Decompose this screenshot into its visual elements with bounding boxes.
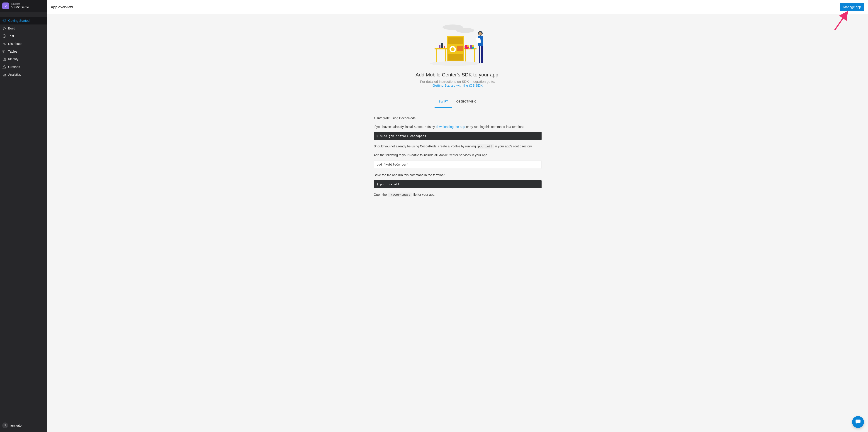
sidebar-item-label: Crashes: [8, 65, 20, 69]
svg-point-0: [4, 20, 5, 21]
svg-point-48: [478, 32, 482, 35]
sun-icon: [2, 19, 6, 23]
svg-rect-14: [3, 50, 5, 52]
sidebar-item-tables[interactable]: Tables: [0, 48, 47, 55]
inline-code-pod-init: pod init: [477, 144, 494, 149]
download-app-link[interactable]: downloading the app: [436, 125, 465, 129]
app-meta: jun.kato VSMCDemo: [11, 2, 29, 9]
svg-rect-32: [457, 46, 463, 51]
svg-rect-37: [436, 50, 437, 63]
sidebar-item-label: Identity: [8, 57, 18, 61]
svg-rect-23: [4, 74, 4, 76]
user-name: jun.kato: [10, 424, 22, 427]
sidebar-item-distribute[interactable]: Distribute: [0, 40, 47, 48]
tab-swift[interactable]: SWIFT: [435, 97, 452, 108]
main-area: App overview Manage app: [47, 0, 868, 432]
hero-subtitle-link[interactable]: Getting Started with the iOS SDK: [433, 84, 483, 87]
step1-heading: 1. Integrate using CocoaPods: [374, 116, 541, 120]
hero: Add Mobile Center's SDK to your app. For…: [374, 23, 541, 87]
app-header[interactable]: ‹ V jun.kato VSMCDemo: [0, 0, 47, 12]
text: in your app's root directory.: [494, 145, 532, 148]
svg-line-8: [5, 20, 6, 20]
text: Open the: [374, 193, 388, 196]
manage-app-button[interactable]: Manage app: [840, 3, 864, 11]
content-scroll[interactable]: Add Mobile Center's SDK to your app. For…: [47, 14, 868, 432]
integration-steps: 1. Integrate using CocoaPods If you have…: [374, 116, 541, 197]
svg-rect-41: [444, 46, 445, 48]
svg-point-10: [3, 34, 6, 38]
svg-point-34: [451, 48, 455, 51]
svg-rect-22: [3, 75, 4, 76]
inline-code-xcworkspace: .xcworkspace: [388, 192, 412, 197]
svg-rect-52: [476, 38, 481, 43]
chat-fab-button[interactable]: [852, 416, 864, 428]
text: If you haven't already, install CocoaPod…: [374, 125, 436, 129]
terminal-command-install-cocoapods: $ sudo gem install cocoapods: [374, 132, 541, 140]
sidebar-nav: Getting Started Build Test Distribute Ta…: [0, 17, 47, 79]
sidebar-item-analytics[interactable]: Analytics: [0, 71, 47, 79]
step1-paragraph2: Should you not already be using CocoaPod…: [374, 144, 541, 149]
step1-paragraph3: Add the following to your Podfile to inc…: [374, 153, 541, 158]
hero-heading: Add Mobile Center's SDK to your app.: [374, 72, 541, 78]
svg-line-6: [5, 22, 6, 22]
page-title: App overview: [51, 5, 73, 9]
identity-icon: [2, 57, 6, 61]
content: Add Mobile Center's SDK to your app. For…: [369, 14, 546, 213]
tab-objective-c[interactable]: OBJECTIVE-C: [452, 97, 480, 108]
svg-point-17: [4, 58, 5, 59]
topbar: App overview Manage app: [47, 0, 868, 14]
tables-icon: [2, 50, 6, 54]
text: or by running this command in a terminal…: [465, 125, 524, 129]
svg-rect-50: [479, 46, 480, 63]
text: file for your app.: [412, 193, 435, 196]
svg-line-5: [3, 20, 4, 20]
terminal-command-pod-install: $ pod install: [374, 180, 541, 188]
back-chevron-icon[interactable]: ‹: [0, 4, 2, 8]
hero-subtitle-text: For detailed instructions on SDK integra…: [420, 80, 495, 84]
svg-rect-40: [441, 43, 443, 48]
warning-icon: [2, 65, 6, 69]
sidebar: ‹ V jun.kato VSMCDemo Getting Started Bu…: [0, 0, 47, 432]
user-footer[interactable]: jun.kato: [0, 420, 47, 432]
step1-paragraph1: If you haven't already, install CocoaPod…: [374, 124, 541, 129]
svg-line-7: [3, 22, 4, 22]
text: Should you not already be using CocoaPod…: [374, 145, 477, 148]
svg-point-29: [456, 28, 474, 33]
svg-rect-39: [439, 45, 440, 48]
hero-subtitle: For detailed instructions on SDK integra…: [374, 80, 541, 87]
sidebar-item-crashes[interactable]: Crashes: [0, 63, 47, 71]
sidebar-item-label: Analytics: [8, 73, 21, 76]
chat-icon: [855, 419, 861, 425]
hero-illustration: [430, 23, 485, 67]
app-owner: jun.kato: [11, 2, 29, 5]
svg-rect-44: [474, 50, 475, 63]
distribute-icon: [2, 42, 6, 46]
sidebar-item-label: Test: [8, 34, 14, 38]
sidebar-item-identity[interactable]: Identity: [0, 55, 47, 63]
svg-rect-35: [448, 54, 463, 61]
step1-paragraph5: Open the .xcworkspace file for your app.: [374, 192, 541, 197]
svg-rect-31: [448, 37, 463, 44]
sidebar-item-getting-started[interactable]: Getting Started: [0, 17, 47, 25]
sidebar-item-label: Getting Started: [8, 19, 29, 23]
svg-rect-38: [445, 50, 446, 63]
svg-rect-15: [4, 51, 6, 53]
svg-rect-24: [5, 74, 6, 76]
check-circle-icon: [2, 34, 6, 38]
sidebar-item-build[interactable]: Build: [0, 25, 47, 32]
step1-paragraph4: Save the file and run this command in th…: [374, 173, 541, 178]
sidebar-item-label: Tables: [8, 50, 17, 53]
lang-tabs: SWIFT OBJECTIVE-C: [374, 97, 541, 108]
sidebar-item-label: Distribute: [8, 42, 22, 45]
analytics-icon: [2, 72, 6, 76]
sidebar-item-test[interactable]: Test: [0, 32, 47, 40]
svg-rect-36: [435, 48, 447, 50]
sidebar-item-label: Build: [8, 27, 15, 30]
avatar: [2, 423, 8, 428]
play-icon: [2, 26, 6, 30]
svg-rect-51: [481, 46, 483, 63]
svg-point-53: [430, 61, 480, 66]
podfile-line: pod 'MobileCenter': [374, 160, 541, 169]
app-name: VSMCDemo: [11, 5, 29, 9]
svg-rect-43: [465, 50, 466, 63]
